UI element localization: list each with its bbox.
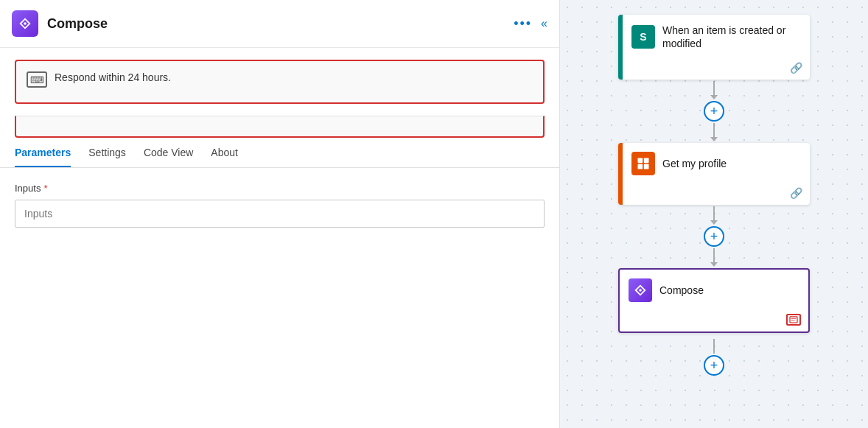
connector-line-2 — [713, 206, 715, 221]
right-panel: S When an item is created or modified 🔗 … — [560, 0, 868, 428]
connector-line-bottom — [713, 339, 715, 354]
compose-card-footer — [620, 311, 808, 331]
ellipsis-button[interactable]: ••• — [514, 16, 532, 32]
get-profile-card-icon — [631, 152, 655, 175]
trigger-card-title: When an item is created or modified — [662, 24, 801, 50]
inputs-label-text: Inputs — [15, 183, 41, 194]
get-profile-card-title: Get my profile — [662, 157, 727, 170]
get-profile-link-icon[interactable]: 🔗 — [790, 187, 802, 199]
compose-card-header: Compose — [620, 270, 808, 311]
connector-arrow-1b — [710, 137, 718, 141]
connector-arrow-2 — [710, 220, 718, 225]
tab-about[interactable]: About — [211, 147, 238, 167]
connector-line-1 — [713, 81, 715, 96]
connector-arrow-1 — [710, 95, 718, 99]
svg-rect-1 — [638, 158, 643, 164]
expression-text: Respond within 24 hours. — [55, 70, 171, 85]
trigger-icon-letter: S — [640, 31, 646, 43]
tabs-bar: Parameters Settings Code View About — [0, 138, 559, 168]
ellipsis-dots: ••• — [514, 16, 532, 32]
connector-line-1b — [713, 123, 715, 138]
compose-note-icon[interactable] — [786, 314, 801, 326]
trigger-card-footer: 🔗 — [623, 59, 810, 80]
required-star: * — [43, 183, 47, 194]
collapse-icon: « — [541, 17, 547, 30]
tab-settings[interactable]: Settings — [88, 147, 126, 167]
svg-rect-2 — [644, 158, 649, 164]
connector-2: + — [704, 206, 724, 267]
add-button-2[interactable]: + — [704, 226, 724, 247]
compose-card-icon — [629, 278, 652, 302]
header-actions: ••• « — [514, 16, 547, 32]
svg-point-0 — [24, 22, 27, 25]
svg-rect-3 — [638, 164, 643, 169]
flow-container: S When an item is created or modified 🔗 … — [611, 15, 817, 379]
svg-rect-6 — [790, 317, 797, 323]
expression-box: Respond within 24 hours. — [15, 60, 545, 104]
connector-arrow-2b — [710, 262, 718, 267]
trigger-card[interactable]: S When an item is created or modified 🔗 — [618, 15, 810, 80]
collapse-button[interactable]: « — [541, 17, 547, 30]
tab-parameters[interactable]: Parameters — [15, 147, 71, 167]
left-panel: Compose ••• « Respond within 24 hours. P… — [0, 0, 560, 428]
get-profile-card-header: Get my profile — [623, 143, 810, 184]
compose-card[interactable]: Compose — [618, 268, 810, 333]
add-button-1[interactable]: + — [704, 101, 724, 122]
svg-point-5 — [639, 290, 642, 292]
parameters-section: Inputs * — [0, 168, 559, 242]
expression-bottom-bar — [15, 116, 545, 138]
svg-rect-4 — [644, 164, 649, 169]
expression-icon — [27, 71, 47, 88]
panel-title: Compose — [47, 16, 505, 32]
inputs-label: Inputs * — [15, 183, 545, 194]
get-profile-card-footer: 🔗 — [623, 184, 810, 205]
add-button-bottom[interactable]: + — [704, 355, 724, 376]
panel-header: Compose ••• « — [0, 0, 559, 48]
connector-1: + — [704, 81, 724, 141]
compose-header-icon — [12, 10, 38, 37]
tab-code-view[interactable]: Code View — [144, 147, 193, 167]
get-profile-card[interactable]: Get my profile 🔗 — [618, 143, 810, 205]
trigger-card-icon: S — [631, 25, 655, 49]
trigger-card-header: S When an item is created or modified — [623, 15, 810, 59]
trigger-link-icon[interactable]: 🔗 — [790, 62, 802, 74]
inputs-field[interactable] — [15, 200, 545, 228]
compose-card-title: Compose — [659, 284, 704, 297]
connector-bottom: + — [704, 339, 724, 377]
connector-line-2b — [713, 248, 715, 263]
